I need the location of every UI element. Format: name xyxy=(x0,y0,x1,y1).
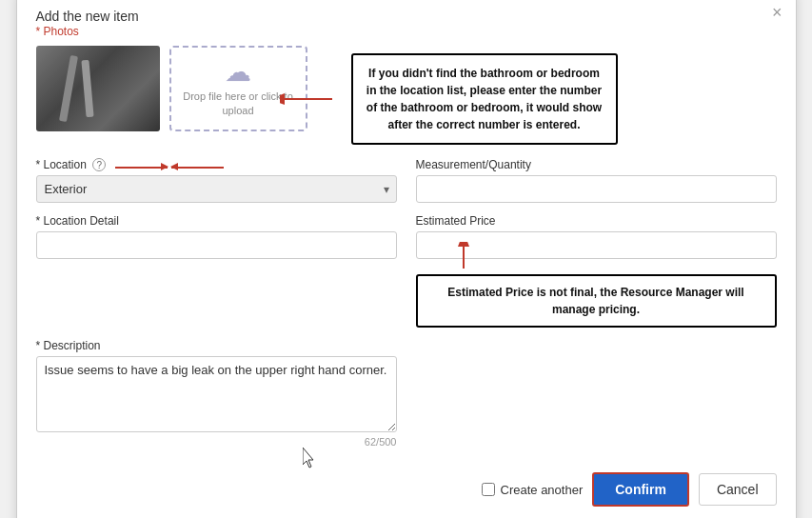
location-group: * Location ? Exterior ▾ xyxy=(36,158,397,203)
create-another-wrapper: Create another xyxy=(482,483,584,497)
location-tooltip-wrapper: If you didn't find the bathroom or bedro… xyxy=(342,53,618,145)
location-detail-group: * Location Detail Back of House xyxy=(36,214,397,328)
photo-area: * Photos ☁ Drop file here or click to up… xyxy=(36,25,307,131)
description-label: * Description xyxy=(36,339,397,352)
price-tooltip-text: Estimated Price is not final, the Resour… xyxy=(447,286,743,316)
photo-thumbnail[interactable] xyxy=(36,46,160,131)
tooltip-arrow-svg xyxy=(280,80,337,118)
price-tooltip-box: Estimated Price is not final, the Resour… xyxy=(416,274,777,328)
top-section: * Photos ☁ Drop file here or click to up… xyxy=(36,25,777,145)
estimated-price-label: Estimated Price xyxy=(416,214,777,228)
price-arrow-svg xyxy=(435,242,492,270)
measurement-label: Measurement/Quantity xyxy=(416,158,777,171)
location-detail-label: * Location Detail xyxy=(36,214,397,228)
location-select[interactable]: Exterior xyxy=(36,175,397,203)
upload-cloud-icon: ☁ xyxy=(225,59,251,86)
location-select-wrapper: Exterior ▾ xyxy=(36,175,397,203)
measurement-group: Measurement/Quantity xyxy=(416,158,777,203)
photo-image xyxy=(36,46,160,131)
form-grid: * Location ? Exterior ▾ Measurement/Quan… xyxy=(36,158,777,448)
location-arrows xyxy=(115,167,224,169)
estimated-price-group: Estimated Price $ 1,236 Estimated Price … xyxy=(416,214,777,328)
modal-container: Add the new item × * Photos ☁ Drop file … xyxy=(16,0,797,518)
description-group: * Description Issue seems to have a big … xyxy=(36,339,397,448)
price-tooltip-wrapper: Estimated Price is not final, the Resour… xyxy=(416,269,777,328)
arrow-right xyxy=(171,167,224,169)
photos-label: * Photos xyxy=(36,25,307,38)
create-another-checkbox[interactable] xyxy=(482,483,495,496)
location-tooltip-box: If you didn't find the bathroom or bedro… xyxy=(351,53,618,145)
location-label: * Location ? xyxy=(36,158,397,171)
location-tooltip-text: If you didn't find the bathroom or bedro… xyxy=(366,67,602,131)
location-detail-input[interactable]: Back of House xyxy=(36,231,397,259)
confirm-button[interactable]: Confirm xyxy=(592,472,689,507)
arrow-left xyxy=(115,167,168,169)
location-help-icon[interactable]: ? xyxy=(92,158,106,171)
char-count: 62/500 xyxy=(36,436,397,448)
modal-footer: Create another Confirm Cancel xyxy=(36,463,777,507)
close-button[interactable]: × xyxy=(772,4,782,21)
measurement-input[interactable] xyxy=(416,175,777,203)
cancel-button[interactable]: Cancel xyxy=(699,473,777,506)
create-another-label: Create another xyxy=(501,483,584,497)
modal-title: Add the new item xyxy=(36,9,139,24)
photo-row: ☁ Drop file here or click to upload xyxy=(36,46,307,131)
description-textarea[interactable]: Issue seems to have a big leak on the up… xyxy=(36,356,397,432)
